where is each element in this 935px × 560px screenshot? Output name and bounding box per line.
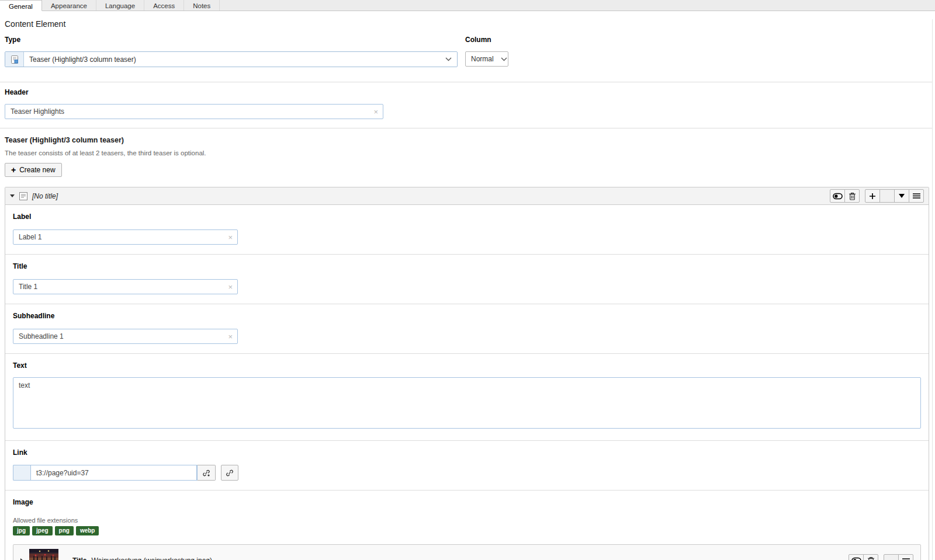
tab-language[interactable]: Language xyxy=(96,0,144,11)
content-element-icon xyxy=(5,52,24,67)
teaser-section: Teaser (Highlight/3 column teaser) The t… xyxy=(0,128,932,187)
subheadline-label: Subheadline xyxy=(13,312,921,320)
file-thumbnail xyxy=(29,549,58,560)
tab-access[interactable]: Access xyxy=(144,0,184,11)
create-new-button[interactable]: + Create new xyxy=(5,163,62,177)
header-label: Header xyxy=(5,88,932,96)
plus-icon xyxy=(869,193,876,200)
toggle-icon xyxy=(851,557,861,560)
type-select-value: Teaser (Highlight/3 column teaser) xyxy=(29,55,136,64)
file-title-label: Title xyxy=(72,556,86,560)
type-label: Type xyxy=(5,36,458,44)
move-up-button xyxy=(884,554,899,560)
column-label: Column xyxy=(465,36,508,44)
extension-badge: jpg xyxy=(13,526,30,535)
column-select-value: Normal xyxy=(471,55,494,63)
text-field: Text text xyxy=(5,354,929,440)
hide-toggle-button[interactable] xyxy=(830,189,845,203)
create-new-label: Create new xyxy=(19,166,55,174)
tab-general[interactable]: General xyxy=(0,0,42,11)
subheadline-field: Subheadline × xyxy=(5,304,929,353)
header-input[interactable] xyxy=(5,104,383,119)
link-icon xyxy=(226,469,234,477)
clear-input-icon[interactable]: × xyxy=(373,108,378,116)
label-label: Label xyxy=(13,213,921,221)
drag-handle-button[interactable] xyxy=(909,189,924,203)
image-field: Image Allowed file extensions jpg jpeg p… xyxy=(5,491,929,560)
clear-input-icon[interactable]: × xyxy=(228,283,233,291)
drag-handle-button[interactable] xyxy=(898,554,913,560)
text-textarea[interactable]: text xyxy=(13,377,921,429)
page-title: Content Element xyxy=(5,19,932,29)
title-field: Title × xyxy=(5,255,929,304)
column-select[interactable]: Normal xyxy=(465,51,508,67)
triangle-down-icon xyxy=(899,194,905,198)
move-down-button[interactable] xyxy=(894,189,909,203)
file-title-value: Weinverkostung (weinverkostung.jpeg) xyxy=(91,556,212,560)
hide-toggle-button[interactable] xyxy=(849,554,864,560)
collapse-caret-icon[interactable] xyxy=(10,194,15,197)
link-field: Link xyxy=(5,441,929,490)
title-label: Title xyxy=(13,262,921,270)
chevron-down-icon xyxy=(494,57,507,61)
record-title: [No title] xyxy=(32,192,58,200)
link-input-group xyxy=(13,465,216,481)
link-label: Link xyxy=(13,448,921,457)
extension-badge: jpeg xyxy=(32,526,53,535)
link-details-button[interactable] xyxy=(197,465,216,481)
form-page: Content Element Type Teaser (Highlight/3… xyxy=(0,19,933,560)
link-details-icon xyxy=(202,469,210,477)
trash-icon xyxy=(849,192,856,200)
type-select-group: Teaser (Highlight/3 column teaser) xyxy=(5,51,458,67)
type-select[interactable]: Teaser (Highlight/3 column teaser) xyxy=(24,52,457,67)
allowed-extensions-label: Allowed file extensions xyxy=(13,517,921,524)
allowed-extensions-badges: jpg jpeg png webp xyxy=(13,526,921,535)
file-title: TitleWeinverkostung (weinverkostung.jpeg… xyxy=(72,556,212,560)
content-element-section: Content Element Type Teaser (Highlight/3… xyxy=(0,19,932,82)
link-input[interactable] xyxy=(30,465,197,481)
link-browser-button[interactable] xyxy=(221,465,238,481)
teaser-section-title: Teaser (Highlight/3 column teaser) xyxy=(5,136,932,144)
chevron-down-icon xyxy=(438,57,452,61)
label-input[interactable] xyxy=(13,229,238,245)
title-input[interactable] xyxy=(13,279,238,294)
new-record-button[interactable] xyxy=(865,189,880,203)
header-field-section: Header × xyxy=(0,82,932,128)
subheadline-input[interactable] xyxy=(13,329,238,344)
hamburger-icon xyxy=(913,193,920,199)
plus-icon: + xyxy=(11,166,16,174)
record-type-icon xyxy=(19,192,27,200)
form-tabbar: General Appearance Language Access Notes xyxy=(0,0,935,11)
clear-input-icon[interactable]: × xyxy=(228,234,233,241)
record-header[interactable]: [No title] xyxy=(5,187,929,205)
extension-badge: webp xyxy=(76,526,99,535)
toggle-icon xyxy=(833,193,843,200)
record-visibility-group xyxy=(830,189,860,203)
label-field: Label × xyxy=(5,205,929,254)
clear-input-icon[interactable]: × xyxy=(228,333,233,340)
teaser-section-description: The teaser consists of at least 2 teaser… xyxy=(5,149,932,156)
extension-badge: png xyxy=(55,526,74,535)
image-label: Image xyxy=(13,498,921,506)
link-type-addon xyxy=(13,465,30,481)
delete-button[interactable] xyxy=(863,554,878,560)
teaser-record-panel: [No title] xyxy=(5,187,929,560)
trash-icon xyxy=(867,556,875,560)
move-up-button xyxy=(879,189,895,203)
record-sort-group xyxy=(865,189,924,203)
text-label: Text xyxy=(13,361,921,370)
delete-button[interactable] xyxy=(844,189,860,203)
hamburger-icon xyxy=(902,558,910,560)
tab-notes[interactable]: Notes xyxy=(184,0,220,11)
file-sort-group xyxy=(884,554,913,560)
tab-appearance[interactable]: Appearance xyxy=(42,0,96,11)
file-reference-row[interactable]: TitleWeinverkostung (weinverkostung.jpeg… xyxy=(13,544,921,560)
file-visibility-group xyxy=(849,554,878,560)
